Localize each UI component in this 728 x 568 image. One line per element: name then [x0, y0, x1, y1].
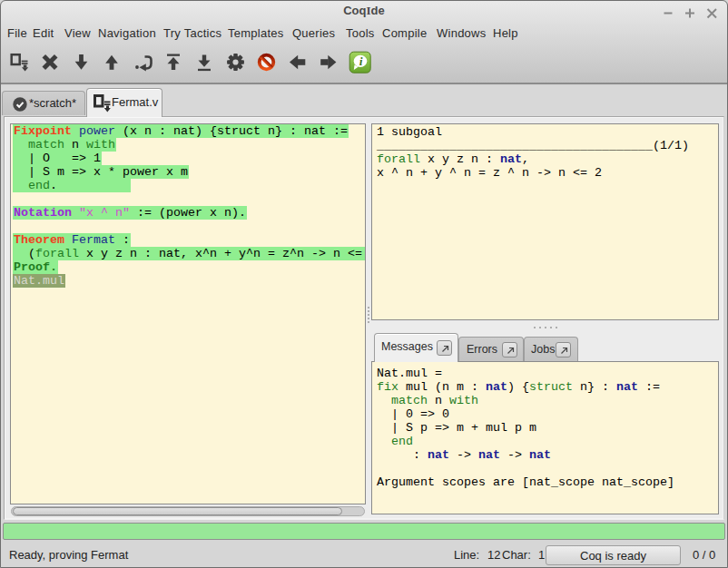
- svg-text:i: i: [359, 54, 363, 68]
